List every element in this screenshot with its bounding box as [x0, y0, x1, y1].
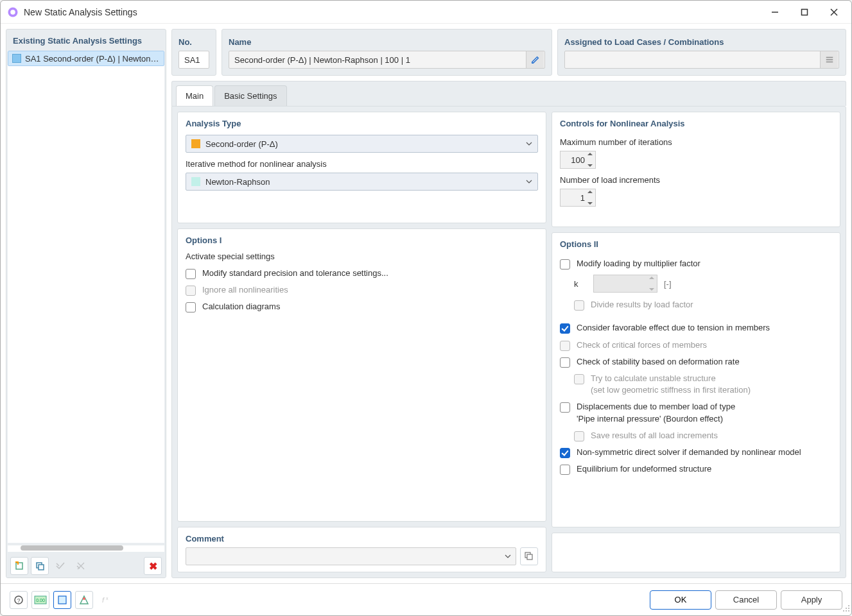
- nonlinear-controls-section: Controls for Nonlinear Analysis Maximum …: [552, 112, 840, 227]
- settings-tree[interactable]: SA1 Second-order (P-Δ) | Newton-Raphson: [8, 51, 164, 543]
- left-toolbar: ✖: [6, 554, 166, 578]
- svg-rect-8: [39, 565, 44, 570]
- options2-title: Options II: [560, 239, 832, 249]
- tab-main[interactable]: Main: [176, 85, 213, 106]
- close-button[interactable]: [819, 2, 849, 22]
- name-value: Second-order (P-Δ) | Newton-Raphson | 10…: [234, 55, 525, 65]
- svg-text:x: x: [106, 596, 109, 601]
- horizontal-scrollbar[interactable]: [8, 545, 164, 552]
- comment-combo[interactable]: [186, 547, 516, 565]
- svg-text:f: f: [102, 596, 105, 604]
- formula-icon: fx: [101, 595, 111, 605]
- check-all-button: [51, 557, 69, 575]
- svg-point-23: [848, 608, 849, 609]
- assigned-field[interactable]: [564, 51, 839, 69]
- calc-diagrams-checkbox[interactable]: [186, 302, 196, 312]
- chevron-down-icon: [505, 554, 511, 558]
- ignore-nonlin-label: Ignore all nonlinearities: [202, 284, 538, 296]
- maximize-button[interactable]: [790, 2, 819, 22]
- name-header: Name: [229, 33, 545, 51]
- iter-method-combo[interactable]: Newton-Raphson: [186, 173, 538, 191]
- modify-precision-checkbox[interactable]: [186, 269, 196, 279]
- no-field[interactable]: SA1: [178, 51, 209, 69]
- chevron-down-icon: [526, 142, 532, 146]
- tab-strip: Main Basic Settings: [171, 81, 846, 106]
- max-iter-spinbox[interactable]: 100: [560, 151, 596, 169]
- k-unit: [-]: [664, 279, 672, 289]
- try-unstable-checkbox: [574, 374, 584, 384]
- units-button[interactable]: 0.00: [31, 591, 49, 609]
- minimize-button[interactable]: [760, 2, 790, 22]
- modify-loading-label: Modify loading by multiplier factor: [577, 258, 832, 270]
- svg-rect-9: [826, 57, 833, 58]
- non-sym-checkbox[interactable]: [560, 448, 570, 458]
- help-button[interactable]: ?: [10, 591, 28, 609]
- uncheck-all-button: [72, 557, 90, 575]
- copy-item-button[interactable]: [31, 557, 49, 575]
- analysis-type-combo[interactable]: Second-order (P-Δ): [186, 135, 538, 153]
- apply-button[interactable]: Apply: [781, 590, 842, 610]
- view-button[interactable]: [53, 591, 71, 609]
- left-panel-header: Existing Static Analysis Settings: [6, 30, 166, 51]
- help-icon: ?: [13, 595, 24, 605]
- color-swatch-icon: [191, 139, 200, 148]
- delete-icon: ✖: [149, 560, 157, 572]
- new-item-button[interactable]: [10, 557, 28, 575]
- graph-icon: [79, 595, 89, 605]
- name-field[interactable]: Second-order (P-Δ) | Newton-Raphson | 10…: [229, 51, 545, 69]
- svg-rect-13: [527, 554, 532, 560]
- window-title: New Static Analysis Settings: [24, 7, 760, 17]
- activate-label: Activate special settings: [186, 252, 538, 261]
- analysis-type-value: Second-order (P-Δ): [205, 139, 526, 149]
- main-panel: No. SA1 Name Second-order (P-Δ) | Newton…: [171, 29, 846, 578]
- svg-rect-3: [802, 9, 808, 15]
- delete-button[interactable]: ✖: [144, 557, 162, 575]
- equilibrium-checkbox[interactable]: [560, 465, 570, 475]
- tree-item-label: SA1 Second-order (P-Δ) | Newton-Raphson: [25, 54, 160, 64]
- view-icon: [57, 595, 67, 605]
- check-stability-checkbox[interactable]: [560, 357, 570, 368]
- non-sym-label: Non-symmetric direct solver if demanded …: [577, 447, 832, 458]
- dialog-window: New Static Analysis Settings Existing St…: [0, 0, 852, 616]
- tension-favorable-checkbox[interactable]: [560, 323, 570, 334]
- pipe-disp-checkbox[interactable]: [560, 402, 570, 413]
- k-spinbox: [593, 275, 657, 293]
- formula-button: fx: [97, 591, 115, 609]
- load-incr-label: Number of load increments: [560, 175, 832, 185]
- comment-section: Comment: [177, 527, 546, 572]
- list-icon: [825, 55, 834, 64]
- comment-dropdown-button[interactable]: [500, 548, 516, 565]
- cancel-button[interactable]: Cancel: [715, 590, 777, 610]
- options2-section: Options II Modify loading by multiplier …: [552, 232, 840, 527]
- save-incr-label: Save results of all load increments: [591, 430, 832, 441]
- graph-button[interactable]: [75, 591, 93, 609]
- no-value: SA1: [184, 55, 204, 65]
- assigned-detail-button[interactable]: [820, 51, 838, 68]
- check-stability-label: Check of stability based on deformation …: [577, 356, 832, 368]
- no-card: No. SA1: [171, 29, 216, 76]
- load-incr-spinbox[interactable]: 1: [560, 189, 596, 207]
- ok-button[interactable]: OK: [650, 590, 711, 610]
- edit-name-button[interactable]: [526, 51, 544, 68]
- units-icon: 0.00: [34, 595, 47, 604]
- divide-results-checkbox: [574, 300, 584, 311]
- save-incr-checkbox: [574, 431, 584, 441]
- modify-loading-checkbox[interactable]: [560, 259, 570, 270]
- chevron-down-icon: [526, 180, 532, 184]
- options1-section: Options I Activate special settings Modi…: [177, 228, 546, 522]
- svg-point-24: [848, 610, 849, 612]
- tree-row[interactable]: SA1 Second-order (P-Δ) | Newton-Raphson: [8, 51, 164, 66]
- svg-rect-6: [16, 563, 22, 569]
- svg-text:0.00: 0.00: [36, 598, 45, 603]
- left-panel: Existing Static Analysis Settings SA1 Se…: [6, 29, 166, 578]
- try-unstable-sub: (set low geometric stiffness in first it…: [591, 385, 751, 395]
- comment-library-button[interactable]: [520, 547, 538, 565]
- pencil-icon: [531, 55, 540, 64]
- load-incr-value: 1: [580, 193, 585, 203]
- resize-grip-icon: [842, 604, 850, 612]
- analysis-type-title: Analysis Type: [186, 119, 538, 128]
- empty-bottom-section: [552, 533, 840, 572]
- ignore-nonlin-checkbox: [186, 286, 196, 296]
- tab-basic-settings[interactable]: Basic Settings: [214, 85, 286, 106]
- resize-grip[interactable]: [842, 604, 850, 614]
